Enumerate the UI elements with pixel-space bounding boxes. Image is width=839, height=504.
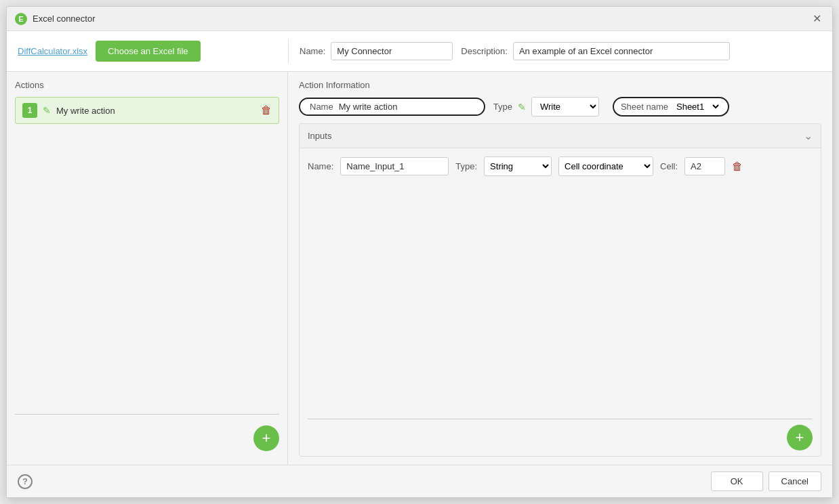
close-button[interactable]: ✕ <box>810 14 824 24</box>
connector-name-input[interactable] <box>331 42 453 60</box>
name-label: Name: <box>300 46 325 56</box>
input-delete-icon[interactable]: 🗑 <box>732 161 743 173</box>
collapse-icon[interactable]: ⌄ <box>804 129 813 142</box>
input-name-input[interactable] <box>340 157 449 175</box>
input-name-label: Name: <box>308 161 333 171</box>
description-field-group: Description: <box>461 42 730 60</box>
action-name-label: My write action <box>56 106 255 116</box>
title-bar-left: E Excel connector <box>15 13 96 25</box>
top-bar: DiffCalculator.xlsx Choose an Excel file… <box>7 31 832 72</box>
cell-input[interactable] <box>684 157 725 175</box>
right-panel: Action Information Name Type ✎ Write Rea… <box>288 72 832 465</box>
ok-button[interactable]: OK <box>711 471 763 491</box>
action-name-label: Name <box>310 102 333 112</box>
file-section: DiffCalculator.xlsx Choose an Excel file <box>18 39 289 63</box>
bottom-buttons: OK Cancel <box>711 471 821 491</box>
left-panel: Actions 1 ✎ My write action 🗑 + <box>7 72 288 465</box>
description-label: Description: <box>461 46 508 56</box>
action-edit-icon: ✎ <box>43 105 51 116</box>
type-label: Type <box>493 102 512 112</box>
action-info-title: Action Information <box>299 80 821 90</box>
inputs-body: Name: Type: String Number Boolean Cell c… <box>300 148 821 292</box>
type-pencil-icon: ✎ <box>518 102 526 112</box>
sheet-name-group: Sheet name Sheet1 Sheet2 <box>613 97 729 117</box>
cancel-button[interactable]: Cancel <box>769 471 821 491</box>
connector-info: Name: Description: <box>300 42 821 60</box>
file-link[interactable]: DiffCalculator.xlsx <box>18 46 87 56</box>
action-item[interactable]: 1 ✎ My write action 🗑 <box>15 97 279 124</box>
title-bar: E Excel connector ✕ <box>7 7 832 31</box>
main-content: Actions 1 ✎ My write action 🗑 + Action I… <box>7 72 832 465</box>
bottom-bar: ? OK Cancel <box>7 465 832 497</box>
sheet-name-select[interactable]: Sheet1 Sheet2 <box>674 101 721 112</box>
cell-coord-select[interactable]: Cell coordinate Row Column <box>558 156 653 176</box>
choose-file-button[interactable]: Choose an Excel file <box>96 41 201 62</box>
input-row: Name: Type: String Number Boolean Cell c… <box>308 156 813 176</box>
inputs-title: Inputs <box>308 131 331 141</box>
help-button[interactable]: ? <box>18 474 33 489</box>
action-name-group: Name <box>299 98 485 116</box>
type-group: Type ✎ Write Read <box>493 97 599 117</box>
name-field-group: Name: <box>300 42 453 60</box>
action-info-section: Action Information Name Type ✎ Write Rea… <box>299 80 821 117</box>
dialog-title: Excel connector <box>33 14 96 24</box>
action-name-input[interactable] <box>339 102 474 112</box>
input-type-select[interactable]: String Number Boolean <box>484 156 552 176</box>
excel-connector-dialog: E Excel connector ✕ DiffCalculator.xlsx … <box>6 6 833 498</box>
action-delete-icon[interactable]: 🗑 <box>261 104 272 117</box>
inputs-section: Inputs ⌄ Name: Type: String Number Boole… <box>299 123 821 457</box>
input-type-label: Type: <box>455 161 477 171</box>
action-info-row: Name Type ✎ Write Read Sheet <box>299 97 821 117</box>
add-action-row: + <box>15 420 279 457</box>
type-select[interactable]: Write Read <box>531 97 599 117</box>
actions-title: Actions <box>15 80 279 90</box>
add-action-button[interactable]: + <box>253 425 279 451</box>
description-input[interactable] <box>513 42 730 60</box>
sheet-name-label: Sheet name <box>621 102 668 112</box>
action-number: 1 <box>22 103 37 118</box>
add-input-row: + <box>300 419 821 456</box>
left-divider <box>15 414 279 415</box>
inputs-header: Inputs ⌄ <box>300 124 821 148</box>
app-icon: E <box>15 13 27 25</box>
add-input-button[interactable]: + <box>787 425 813 450</box>
cell-label: Cell: <box>660 161 678 171</box>
